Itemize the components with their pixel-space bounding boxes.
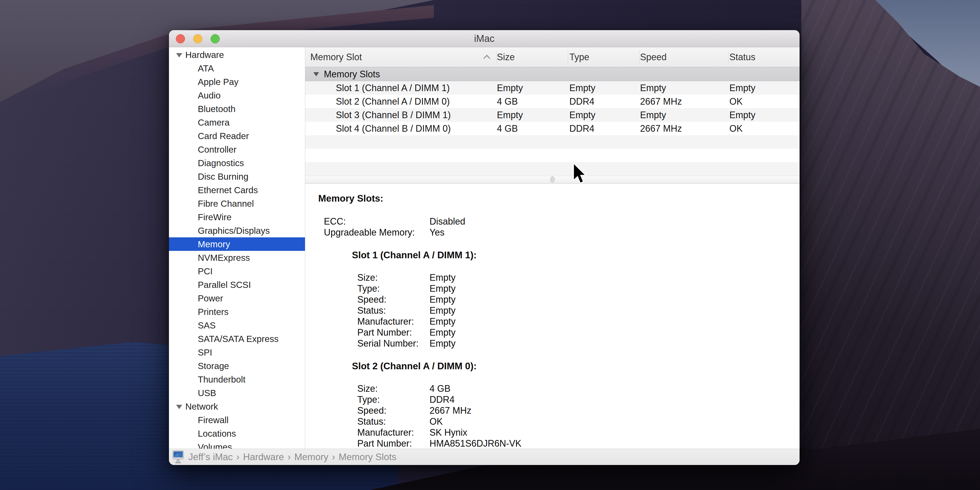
- cell-speed: 2667 MHz: [640, 122, 682, 135]
- pane-splitter[interactable]: [305, 176, 800, 184]
- slot-heading: Slot 2 (Channel A / DIMM 0):: [352, 361, 789, 372]
- sidebar-item-graphics-displays[interactable]: Graphics/Displays: [169, 224, 305, 237]
- table-group-row-memory-slots[interactable]: Memory Slots: [305, 67, 800, 81]
- field-label: Speed:: [357, 405, 430, 416]
- status-bar: Jeff’s iMac › Hardware › Memory › Memory…: [169, 449, 800, 465]
- sidebar-item-bluetooth[interactable]: Bluetooth: [169, 102, 305, 116]
- sidebar-item-printers[interactable]: Printers: [169, 305, 305, 318]
- field-label: Size:: [357, 383, 430, 394]
- disclosure-triangle-icon[interactable]: [176, 53, 182, 57]
- cell-size: 4 GB: [497, 122, 518, 135]
- sidebar-item-card-reader[interactable]: Card Reader: [169, 129, 305, 143]
- field-value: Yes: [430, 227, 445, 238]
- sidebar-item-storage[interactable]: Storage: [169, 359, 305, 372]
- slot-fields: Size:4 GB Type:DDR4 Speed:2667 MHz Statu…: [318, 383, 789, 449]
- sidebar-group-hardware[interactable]: Hardware: [169, 48, 305, 62]
- sidebar-group-network[interactable]: Network: [169, 400, 305, 413]
- cell-size: Empty: [497, 108, 523, 122]
- sidebar-item-diagnostics[interactable]: Diagnostics: [169, 156, 305, 170]
- sidebar-item-sas[interactable]: SAS: [169, 318, 305, 332]
- field-value: Empty: [430, 327, 455, 338]
- sidebar-item-usb[interactable]: USB: [169, 386, 305, 400]
- cell-speed: 2667 MHz: [640, 95, 682, 108]
- sidebar-item-sata-sata-express[interactable]: SATA/SATA Express: [169, 332, 305, 345]
- sidebar-item-pci[interactable]: PCI: [169, 264, 305, 278]
- sidebar-item-fibre-channel[interactable]: Fibre Channel: [169, 197, 305, 210]
- sidebar-item-spi[interactable]: SPI: [169, 345, 305, 359]
- memory-content-pane: Memory Slot Size Type Speed Status Memor…: [305, 47, 800, 449]
- disclosure-triangle-icon[interactable]: [176, 405, 182, 409]
- sidebar-item-firewire[interactable]: FireWire: [169, 210, 305, 224]
- window-titlebar[interactable]: iMac: [169, 30, 800, 47]
- window-title: iMac: [169, 30, 800, 47]
- details-general-fields: ECC:Disabled Upgradeable Memory:Yes: [318, 216, 789, 238]
- field-value: Empty: [430, 316, 455, 327]
- field-value: Empty: [430, 294, 455, 305]
- table-row[interactable]: Slot 2 (Channel A / DIMM 0) 4 GB DDR4 26…: [305, 95, 800, 108]
- breadcrumb-memory: Memory: [294, 452, 328, 463]
- field-label: Status:: [357, 416, 430, 427]
- column-header-type[interactable]: Type: [570, 47, 589, 67]
- sidebar-item-locations[interactable]: Locations: [169, 427, 305, 440]
- breadcrumb-separator: ›: [288, 452, 291, 463]
- sidebar-item-controller[interactable]: Controller: [169, 143, 305, 156]
- disclosure-triangle-icon[interactable]: [313, 72, 319, 76]
- table-row[interactable]: Slot 3 (Channel B / DIMM 1) Empty Empty …: [305, 108, 800, 122]
- sidebar-item-audio[interactable]: Audio: [169, 89, 305, 102]
- cell-speed: Empty: [640, 81, 666, 95]
- breadcrumb-device: Jeff’s iMac: [188, 452, 233, 463]
- column-divider[interactable]: [729, 50, 729, 64]
- cell-status: OK: [729, 95, 743, 108]
- field-label: Type:: [357, 283, 430, 294]
- field-label: Part Number:: [357, 438, 430, 449]
- column-header-size[interactable]: Size: [497, 47, 515, 67]
- sidebar-item-camera[interactable]: Camera: [169, 116, 305, 129]
- field-label: Part Number:: [357, 327, 430, 338]
- column-divider[interactable]: [639, 50, 640, 64]
- field-value: SK Hynix: [430, 427, 467, 438]
- sidebar-item-parallel-scsi[interactable]: Parallel SCSI: [169, 278, 305, 291]
- breadcrumb-separator: ›: [236, 452, 239, 463]
- table-row[interactable]: Slot 1 (Channel A / DIMM 1) Empty Empty …: [305, 81, 800, 95]
- sidebar-item-ata[interactable]: ATA: [169, 62, 305, 75]
- column-header-memory-slot[interactable]: Memory Slot: [310, 47, 362, 67]
- wallpaper-rock-texture: [801, 0, 980, 490]
- field-value: HMA851S6DJR6N-VK: [430, 438, 522, 449]
- cell-type: Empty: [570, 108, 595, 122]
- column-header-status[interactable]: Status: [729, 47, 756, 67]
- field-label: Upgradeable Memory:: [324, 227, 430, 238]
- table-empty-row[interactable]: [305, 162, 800, 176]
- sidebar-item-thunderbolt[interactable]: Thunderbolt: [169, 372, 305, 386]
- field-label: Status:: [357, 305, 430, 316]
- cell-size: Empty: [497, 81, 523, 95]
- sidebar-item-firewall[interactable]: Firewall: [169, 413, 305, 427]
- splitter-grab-handle-icon[interactable]: [550, 177, 555, 183]
- imac-icon: [172, 450, 184, 464]
- sidebar-item-nvmexpress[interactable]: NVMExpress: [169, 251, 305, 264]
- field-value: 4 GB: [430, 383, 450, 394]
- cell-status: Empty: [729, 108, 756, 122]
- category-sidebar[interactable]: Hardware ATA Apple Pay Audio Bluetooth C…: [169, 47, 305, 449]
- field-value: Empty: [430, 283, 455, 294]
- sidebar-item-apple-pay[interactable]: Apple Pay: [169, 75, 305, 89]
- breadcrumb-hardware: Hardware: [243, 452, 284, 463]
- sidebar-item-ethernet-cards[interactable]: Ethernet Cards: [169, 183, 305, 197]
- table-empty-row[interactable]: [305, 135, 800, 149]
- cell-type: DDR4: [570, 122, 594, 135]
- column-header-speed[interactable]: Speed: [640, 47, 667, 67]
- sidebar-item-memory[interactable]: Memory: [169, 237, 305, 251]
- details-pane[interactable]: Memory Slots: ECC:Disabled Upgradeable M…: [305, 184, 800, 449]
- table-row[interactable]: Slot 4 (Channel B / DIMM 0) 4 GB DDR4 26…: [305, 122, 800, 135]
- sidebar-item-disc-burning[interactable]: Disc Burning: [169, 170, 305, 183]
- breadcrumb: Jeff’s iMac › Hardware › Memory › Memory…: [188, 452, 396, 463]
- field-label: ECC:: [324, 216, 430, 227]
- cell-memory-slot: Slot 4 (Channel B / DIMM 0): [336, 122, 451, 135]
- table-empty-row[interactable]: [305, 149, 800, 162]
- sidebar-item-power[interactable]: Power: [169, 291, 305, 305]
- field-label: Size:: [357, 272, 430, 283]
- field-label: Type:: [357, 394, 430, 405]
- field-value: Empty: [430, 305, 455, 316]
- cell-memory-slot: Slot 2 (Channel A / DIMM 0): [336, 95, 450, 108]
- field-label: Speed:: [357, 294, 430, 305]
- sidebar-item-volumes[interactable]: Volumes: [169, 440, 305, 449]
